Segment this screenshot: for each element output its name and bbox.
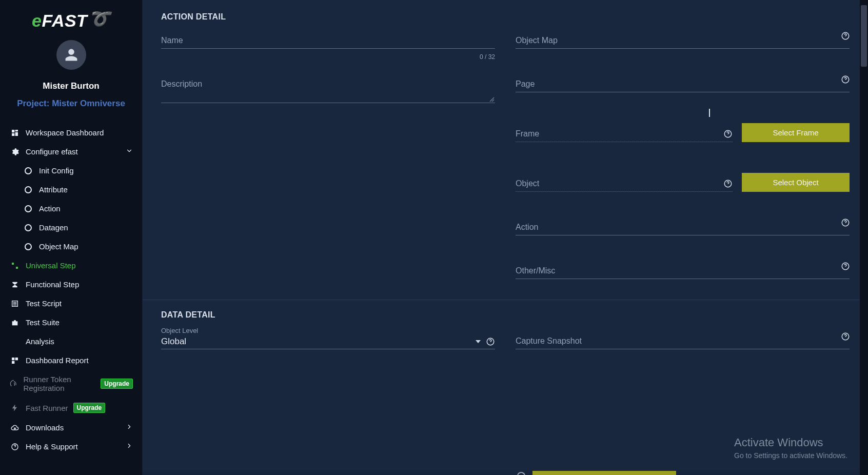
- avatar[interactable]: [56, 40, 86, 70]
- section-divider: [143, 300, 868, 300]
- help-circle-icon: [9, 443, 21, 451]
- sidebar-item-object-map[interactable]: Object Map: [0, 237, 142, 256]
- sidebar-item-fast-runner[interactable]: Fast Runner Upgrade: [0, 398, 142, 418]
- description-textarea[interactable]: Description: [161, 80, 495, 103]
- scrollbar-thumb[interactable]: [861, 5, 867, 67]
- object-level-value: Global: [161, 337, 186, 347]
- frame-label: Frame: [516, 129, 733, 142]
- description-field-wrap: Description: [161, 80, 495, 103]
- help-icon[interactable]: [840, 261, 851, 271]
- sidebar-label-universal: Universal Step: [26, 261, 76, 270]
- sidebar-label-downloads: Downloads: [26, 423, 64, 432]
- select-object-button[interactable]: Select Object: [742, 173, 850, 192]
- frame-field[interactable]: Frame: [516, 129, 733, 142]
- sidebar-label-fastrunner: Fast Runner: [26, 404, 68, 412]
- sidebar-item-configure-efast[interactable]: Configure efast: [0, 142, 142, 161]
- right-column: Object Map Page Frame Select Frame: [516, 36, 850, 300]
- sidebar-item-functional-step[interactable]: Functional Step: [0, 275, 142, 294]
- vertical-scrollbar[interactable]: [860, 0, 868, 475]
- data-detail-row: Object Level Global Capture Snapshot: [161, 327, 850, 349]
- resize-handle-icon[interactable]: [489, 95, 495, 102]
- sidebar-label-testsuite: Test Suite: [26, 318, 60, 327]
- help-icon[interactable]: [840, 217, 851, 228]
- help-icon[interactable]: [840, 331, 851, 342]
- brand-swoosh-icon: ➰: [88, 8, 110, 29]
- sidebar-item-universal-step[interactable]: Universal Step: [0, 256, 142, 275]
- upgrade-badge-2[interactable]: Upgrade: [73, 403, 106, 413]
- sidebar-label-datagen: Datagen: [39, 223, 68, 232]
- content: ACTION DETAIL Name 0 / 32 Description: [143, 0, 868, 475]
- sidebar-item-action[interactable]: Action: [0, 199, 142, 218]
- sidebar-item-help-support[interactable]: Help & Support: [0, 437, 142, 456]
- sigma-icon: [9, 281, 21, 289]
- description-label: Description: [161, 80, 495, 92]
- page-label: Page: [516, 80, 850, 92]
- sidebar-label-action: Action: [39, 204, 61, 213]
- logo-area: eFAST➰: [0, 0, 142, 35]
- left-column: Name 0 / 32 Description: [161, 36, 495, 300]
- upgrade-badge[interactable]: Upgrade: [101, 379, 133, 389]
- sidebar-label-help: Help & Support: [26, 442, 78, 451]
- sidebar-label-attribute: Attribute: [39, 185, 68, 194]
- help-icon[interactable]: [723, 129, 733, 138]
- object-field[interactable]: Object: [516, 179, 733, 192]
- object-level-mini-label: Object Level: [161, 327, 495, 334]
- help-icon[interactable]: [486, 337, 495, 346]
- sidebar-label-configure: Configure efast: [26, 147, 78, 156]
- capture-snapshot-label: Capture Snapshot: [516, 337, 850, 349]
- dashboard-add-icon: [9, 357, 21, 365]
- sidebar-item-test-suite[interactable]: Test Suite: [0, 313, 142, 332]
- capture-snapshot-field[interactable]: Capture Snapshot: [516, 337, 850, 349]
- name-label: Name: [161, 36, 495, 48]
- user-name: Mister Burton: [43, 81, 100, 91]
- help-icon[interactable]: [840, 74, 851, 85]
- action-field[interactable]: Action: [516, 223, 850, 235]
- name-field[interactable]: Name 0 / 32: [161, 36, 495, 49]
- dropdown-caret-icon: [476, 340, 481, 343]
- sidebar-item-dashboard-report[interactable]: Dashboard Report: [0, 351, 142, 370]
- briefcase-icon: [9, 319, 21, 327]
- radio-icon: [23, 186, 34, 193]
- project-label: Project: Mister Omniverse: [17, 98, 125, 109]
- sidebar-item-analysis[interactable]: Analysis: [0, 332, 142, 351]
- sidebar-label-testscript: Test Script: [26, 299, 62, 308]
- chevron-down-icon: [126, 147, 133, 156]
- objectmap-label: Object Map: [516, 36, 850, 48]
- fingerprint-icon: [9, 380, 18, 388]
- radio-icon: [23, 224, 34, 231]
- gear-icon: [9, 148, 21, 156]
- sidebar-item-datagen[interactable]: Datagen: [0, 218, 142, 237]
- sidebar-label-functional: Functional Step: [26, 280, 79, 289]
- object-label: Object: [516, 179, 733, 191]
- sidebar-item-downloads[interactable]: Downloads: [0, 418, 142, 437]
- object-level-select[interactable]: Object Level Global: [161, 327, 495, 349]
- brand-e: e: [32, 11, 42, 31]
- frame-row: Frame Select Frame: [516, 123, 850, 142]
- sidebar-label-runnertoken: Runner Token Registration: [23, 375, 95, 392]
- sidebar-item-test-script[interactable]: Test Script: [0, 294, 142, 313]
- partial-button-bar: [532, 471, 676, 475]
- list-icon: [9, 300, 21, 308]
- sidebar-label-dashboardreport: Dashboard Report: [26, 356, 89, 365]
- help-icon[interactable]: [723, 179, 733, 188]
- objectmap-field[interactable]: Object Map: [516, 36, 850, 49]
- cloud-download-icon: [9, 424, 21, 432]
- radio-icon: [23, 243, 34, 250]
- sidebar-item-init-config[interactable]: Init Config: [0, 161, 142, 180]
- sidebar-item-runner-token[interactable]: Runner Token Registration Upgrade: [0, 370, 142, 398]
- chevron-right-icon: [126, 423, 133, 432]
- section-title-data-detail: DATA DETAIL: [161, 310, 850, 320]
- user-icon: [64, 48, 78, 62]
- sidebar-label-init: Init Config: [39, 166, 74, 175]
- action-detail-grid: Name 0 / 32 Description Object Map: [161, 36, 850, 300]
- help-icon[interactable]: [840, 31, 851, 41]
- page-field[interactable]: Page: [516, 80, 850, 92]
- othermisc-field[interactable]: Other/Misc: [516, 266, 850, 279]
- sidebar-item-attribute[interactable]: Attribute: [0, 180, 142, 199]
- sidebar-label-workspace: Workspace Dashboard: [26, 128, 104, 137]
- sidebar-item-workspace-dashboard[interactable]: Workspace Dashboard: [0, 123, 142, 142]
- step-icon: [9, 262, 21, 270]
- select-frame-button[interactable]: Select Frame: [742, 123, 850, 142]
- bottom-edge: [143, 470, 862, 475]
- action-label: Action: [516, 223, 850, 235]
